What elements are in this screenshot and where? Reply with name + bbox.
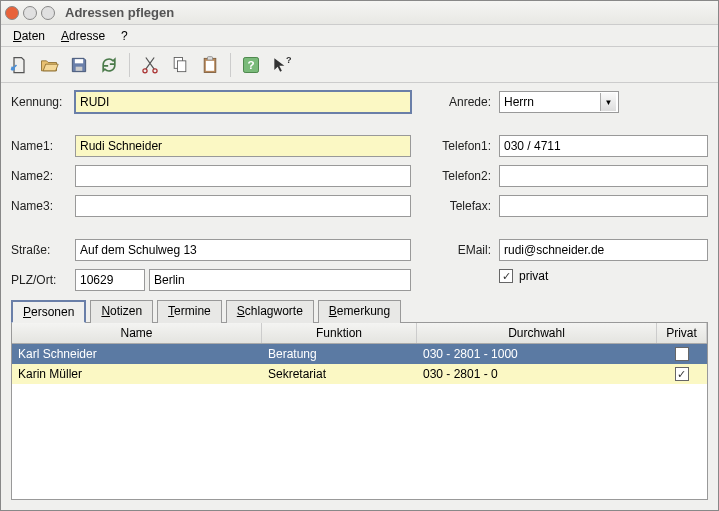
name2-input[interactable] bbox=[75, 165, 411, 187]
minimize-icon[interactable] bbox=[23, 6, 37, 20]
cut-icon[interactable] bbox=[136, 51, 164, 79]
row-privat-checkbox[interactable] bbox=[675, 347, 689, 361]
col-funktion[interactable]: Funktion bbox=[262, 323, 417, 343]
tab-personen[interactable]: Personen bbox=[11, 300, 86, 323]
window-title: Adressen pflegen bbox=[65, 5, 174, 20]
col-durchwahl[interactable]: Durchwahl bbox=[417, 323, 657, 343]
fax-input[interactable] bbox=[499, 195, 708, 217]
cell-funktion: Sekretariat bbox=[262, 365, 417, 383]
help-box-icon[interactable]: ? bbox=[237, 51, 265, 79]
name1-label: Name1: bbox=[11, 139, 71, 153]
ort-input[interactable] bbox=[149, 269, 411, 291]
col-privat[interactable]: Privat bbox=[657, 323, 707, 343]
maximize-icon[interactable] bbox=[41, 6, 55, 20]
plz-label: PLZ/Ort: bbox=[11, 273, 71, 287]
table-row[interactable]: Karin MüllerSekretariat030 - 2801 - 0✓ bbox=[12, 364, 707, 384]
name3-label: Name3: bbox=[11, 199, 71, 213]
form-area: Kennung: Name1: Name2: Name3: Straße: bbox=[1, 83, 718, 295]
svg-rect-0 bbox=[75, 59, 83, 63]
titlebar: Adressen pflegen bbox=[1, 1, 718, 25]
cell-durchwahl: 030 - 2801 - 0 bbox=[417, 365, 657, 383]
tel1-input[interactable] bbox=[499, 135, 708, 157]
name1-input[interactable] bbox=[75, 135, 411, 157]
email-label: EMail: bbox=[431, 243, 491, 257]
col-name[interactable]: Name bbox=[12, 323, 262, 343]
svg-rect-7 bbox=[208, 56, 213, 59]
tabbar: Personen Notizen Termine Schlagworte Bem… bbox=[1, 295, 718, 322]
svg-point-3 bbox=[153, 68, 157, 72]
svg-rect-1 bbox=[76, 66, 83, 70]
copy-icon[interactable] bbox=[166, 51, 194, 79]
close-icon[interactable] bbox=[5, 6, 19, 20]
refresh-icon[interactable] bbox=[95, 51, 123, 79]
cell-name: Karl Schneider bbox=[12, 345, 262, 363]
tab-notizen[interactable]: Notizen bbox=[90, 300, 153, 323]
svg-text:?: ? bbox=[247, 58, 254, 71]
save-icon[interactable] bbox=[65, 51, 93, 79]
anrede-select[interactable]: Herrn ▼ bbox=[499, 91, 619, 113]
name3-input[interactable] bbox=[75, 195, 411, 217]
kennung-label: Kennung: bbox=[11, 95, 71, 109]
toolbar: ? ? bbox=[1, 47, 718, 83]
row-privat-checkbox[interactable]: ✓ bbox=[675, 367, 689, 381]
strasse-input[interactable] bbox=[75, 239, 411, 261]
menu-help[interactable]: ? bbox=[113, 27, 136, 45]
tel2-input[interactable] bbox=[499, 165, 708, 187]
name2-label: Name2: bbox=[11, 169, 71, 183]
whatsthis-icon[interactable]: ? bbox=[267, 51, 295, 79]
open-icon[interactable] bbox=[35, 51, 63, 79]
email-input[interactable] bbox=[499, 239, 708, 261]
tel1-label: Telefon1: bbox=[431, 139, 491, 153]
table-row[interactable]: Karl SchneiderBeratung030 - 2801 - 1000 bbox=[12, 344, 707, 364]
menu-daten[interactable]: Daten bbox=[5, 27, 53, 45]
chevron-down-icon: ▼ bbox=[600, 93, 616, 111]
fax-label: Telefax: bbox=[431, 199, 491, 213]
svg-text:?: ? bbox=[286, 55, 291, 65]
svg-rect-5 bbox=[178, 60, 186, 71]
cell-name: Karin Müller bbox=[12, 365, 262, 383]
plz-input[interactable] bbox=[75, 269, 145, 291]
strasse-label: Straße: bbox=[11, 243, 71, 257]
paste-icon[interactable] bbox=[196, 51, 224, 79]
tel2-label: Telefon2: bbox=[431, 169, 491, 183]
cell-durchwahl: 030 - 2801 - 1000 bbox=[417, 345, 657, 363]
svg-point-2 bbox=[143, 68, 147, 72]
menu-adresse[interactable]: Adresse bbox=[53, 27, 113, 45]
kennung-input[interactable] bbox=[75, 91, 411, 113]
privat-checkbox[interactable]: ✓ bbox=[499, 269, 513, 283]
tab-schlagworte[interactable]: Schlagworte bbox=[226, 300, 314, 323]
svg-rect-8 bbox=[206, 60, 214, 70]
new-icon[interactable] bbox=[5, 51, 33, 79]
person-grid: Name Funktion Durchwahl Privat Karl Schn… bbox=[11, 322, 708, 500]
cell-funktion: Beratung bbox=[262, 345, 417, 363]
privat-label: privat bbox=[519, 269, 548, 283]
anrede-label: Anrede: bbox=[431, 95, 491, 109]
tab-termine[interactable]: Termine bbox=[157, 300, 222, 323]
tab-bemerkung[interactable]: Bemerkung bbox=[318, 300, 401, 323]
menubar: Daten Adresse ? bbox=[1, 25, 718, 47]
